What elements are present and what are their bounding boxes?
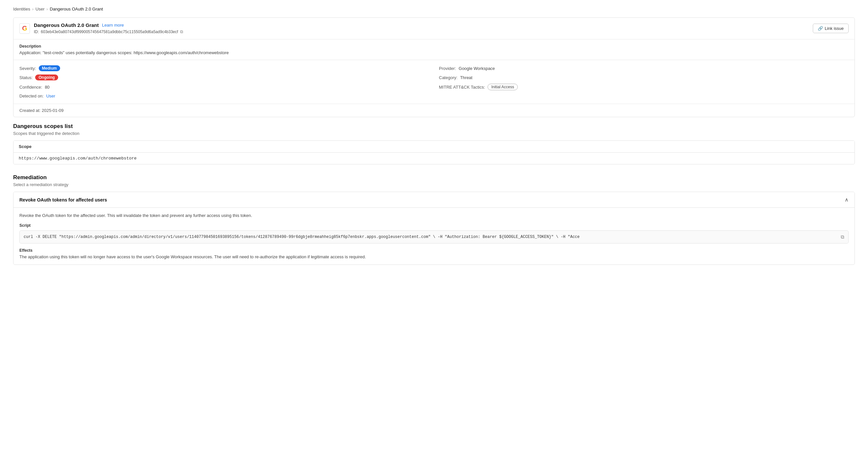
breadcrumb-current: Dangerous OAuth 2.0 Grant bbox=[50, 6, 103, 11]
created-at-label: Created at: bbox=[20, 108, 40, 113]
copy-script-button[interactable]: ⧉ bbox=[841, 234, 844, 240]
effects-label: Effects bbox=[20, 248, 848, 253]
scopes-section-subtitle: Scopes that triggered the detection bbox=[13, 131, 855, 136]
scopes-section-title: Dangerous scopes list bbox=[13, 123, 855, 130]
id-value: 603eb43e0a80743df999005745647581a9dbbc75… bbox=[41, 30, 178, 34]
severity-badge: Medium bbox=[39, 65, 60, 71]
confidence-value: 80 bbox=[45, 85, 49, 90]
detected-on-row: Detected on: User bbox=[20, 94, 429, 98]
breadcrumb-sep-2: › bbox=[46, 7, 48, 11]
remediation-card: Revoke OAuth tokens for affected users ∧… bbox=[13, 192, 855, 265]
confidence-label: Confidence: bbox=[20, 85, 42, 90]
category-value: Threat bbox=[460, 75, 472, 80]
category-row: Category: Threat bbox=[439, 74, 848, 80]
dangerous-scopes-section: Dangerous scopes list Scopes that trigge… bbox=[13, 123, 855, 164]
title-group: Dangerous OAuth 2.0 Grant Learn more ID:… bbox=[34, 22, 183, 34]
scope-row: https://www.googleapis.com/auth/chromewe… bbox=[13, 153, 855, 164]
breadcrumb: Identities › User › Dangerous OAuth 2.0 … bbox=[13, 6, 855, 11]
remediation-section-subtitle: Select a remediation strategy bbox=[13, 182, 855, 187]
script-text: curl -X DELETE "https://admin.googleapis… bbox=[24, 235, 838, 239]
description-text: Application: "test-creds" uses potential… bbox=[20, 50, 848, 55]
mitre-row: MITRE ATT&CK Tactics: Initial Access bbox=[439, 84, 848, 90]
status-label: Status: bbox=[20, 75, 33, 80]
remediation-card-title: Revoke OAuth tokens for affected users bbox=[20, 197, 107, 202]
detected-on-user-link[interactable]: User bbox=[46, 94, 55, 98]
provider-value: Google Workspace bbox=[459, 66, 495, 71]
title-row: Dangerous OAuth 2.0 Grant Learn more bbox=[34, 22, 183, 28]
google-logo: G bbox=[20, 23, 30, 34]
alert-card: G Dangerous OAuth 2.0 Grant Learn more I… bbox=[13, 18, 855, 117]
mitre-badge: Initial Access bbox=[488, 84, 518, 90]
remediation-card-header[interactable]: Revoke OAuth tokens for affected users ∧ bbox=[13, 192, 855, 208]
detected-on-label: Detected on: bbox=[20, 94, 44, 98]
link-issue-button[interactable]: 🔗 Link issue bbox=[813, 24, 848, 33]
breadcrumb-sep-1: › bbox=[32, 7, 33, 11]
effects-text: The application using this token will no… bbox=[20, 254, 848, 259]
meta-section: Severity: Medium Provider: Google Worksp… bbox=[13, 60, 855, 104]
link-issue-label: Link issue bbox=[825, 26, 844, 31]
scope-table-header: Scope bbox=[13, 141, 855, 153]
severity-label: Severity: bbox=[20, 66, 36, 71]
created-section: Created at: 2025-01-09 bbox=[13, 104, 855, 117]
provider-row: Provider: Google Workspace bbox=[439, 65, 848, 71]
id-label: ID: bbox=[34, 30, 39, 34]
remediation-section-title: Remediation bbox=[13, 174, 855, 181]
learn-more-link[interactable]: Learn more bbox=[102, 23, 124, 28]
alert-title: Dangerous OAuth 2.0 Grant bbox=[34, 22, 99, 28]
id-row: ID: 603eb43e0a80743df999005745647581a9db… bbox=[34, 29, 183, 34]
provider-label: Provider: bbox=[439, 66, 456, 71]
script-container: curl -X DELETE "https://admin.googleapis… bbox=[20, 230, 848, 243]
description-section: Description Application: "test-creds" us… bbox=[13, 39, 855, 60]
confidence-row: Confidence: 80 bbox=[20, 84, 429, 90]
remediation-body: Revoke the OAuth token for the affected … bbox=[13, 208, 855, 265]
alert-card-header: G Dangerous OAuth 2.0 Grant Learn more I… bbox=[13, 18, 855, 39]
created-at-value: 2025-01-09 bbox=[42, 108, 64, 113]
remediation-description: Revoke the OAuth token for the affected … bbox=[20, 213, 848, 218]
mitre-label: MITRE ATT&CK Tactics: bbox=[439, 85, 485, 90]
category-label: Category: bbox=[439, 75, 457, 80]
breadcrumb-user[interactable]: User bbox=[35, 6, 44, 11]
copy-id-icon[interactable]: ⧉ bbox=[180, 29, 183, 34]
remediation-section: Remediation Select a remediation strateg… bbox=[13, 174, 855, 265]
link-icon: 🔗 bbox=[818, 26, 823, 31]
status-badge: Ongoing bbox=[35, 74, 58, 80]
alert-header-left: G Dangerous OAuth 2.0 Grant Learn more I… bbox=[20, 22, 183, 34]
severity-row: Severity: Medium bbox=[20, 65, 429, 71]
description-label: Description bbox=[20, 44, 848, 48]
script-label: Script bbox=[20, 223, 848, 228]
status-row: Status: Ongoing bbox=[20, 74, 429, 80]
chevron-up-icon: ∧ bbox=[845, 197, 848, 203]
scope-table: Scope https://www.googleapis.com/auth/ch… bbox=[13, 140, 855, 164]
breadcrumb-identities[interactable]: Identities bbox=[13, 6, 30, 11]
